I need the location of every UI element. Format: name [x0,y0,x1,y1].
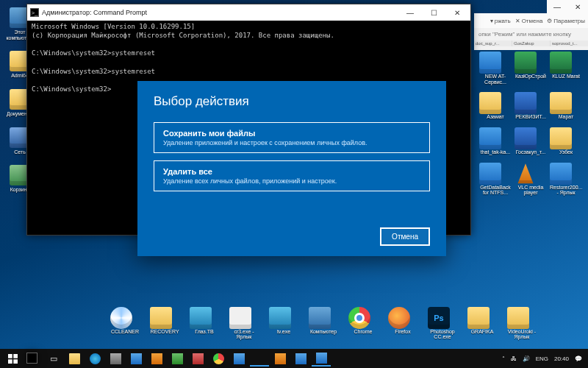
taskbar-app[interactable] [147,350,166,367]
desktop-icon[interactable]: PsPhotoshop CC.exe [428,307,457,340]
taskbar: 🔍 ▭ ˄ 🖧 🔊 ENG 20:40 💬 [0,349,588,368]
white-icon [229,307,251,329]
tray-clock[interactable]: 20:40 [554,355,569,362]
desktop-icon-label: Компьютер [309,329,338,335]
start-button[interactable] [3,350,22,367]
background-app-window: ▾ ржать ✕ Отмена ⚙ Параметры опки "Режим… [474,13,588,50]
taskbar-app[interactable] [126,350,146,367]
tray-chevron-icon[interactable]: ˄ [502,355,505,362]
desktop-icon-label: Глаз.ТВ [190,329,219,335]
cmd-titlebar[interactable]: >_ Администратор: Command Prompt — ☐ ✕ [27,4,470,21]
cmd-icon: >_ [30,8,39,17]
desktop-icon-label: GetDataBack for NTFS... [479,185,512,196]
system-reset-dialog: Выбор действия Сохранить мои файлы Удале… [137,81,446,256]
svg-rect-0 [8,354,12,358]
desktop-icon-label: Сеть [14,149,26,155]
blue-icon [479,52,501,74]
desktop-icon[interactable]: tv.exe [269,307,298,340]
desktop-icon-label: KLUZ Marat [550,74,582,79]
option-keep-files[interactable]: Сохранить мои файлы Удаление приложений … [154,122,430,153]
excel-icon [514,52,537,74]
bgwin-minimize[interactable]: — [547,0,567,13]
desktop-icon[interactable]: cr3.exe - Ярлык [229,307,259,340]
desktop-icon[interactable]: RECOVERY [150,307,179,340]
desktop-icon[interactable]: Марат [550,92,582,120]
bg-undo[interactable]: ✕ Отмена [515,18,543,24]
cmd-minimize[interactable]: — [400,6,420,19]
desktop-icon-label: Restorer200... - Ярлык [550,185,582,196]
bgwin-controls: — ✕ [547,0,588,13]
desktop-icon[interactable]: VideoUroki - Ярлык [507,307,537,340]
desktop-icon-label: RECOVERY [150,329,179,335]
bgwin-close[interactable]: ✕ [567,0,588,13]
bg-keep[interactable]: ▾ ржать [490,18,511,24]
bg-tab[interactable]: soprovod_t... [551,40,588,46]
ps-icon: Ps [428,307,450,329]
svg-rect-3 [13,359,18,364]
desktop-icon-label: CCLEANER [110,329,140,335]
taskbar-word[interactable] [312,350,331,367]
bg-tab[interactable]: GosZakup [512,40,550,46]
cmd-title-text: Администратор: Command Prompt [42,9,147,16]
taskbar-app[interactable] [291,350,310,367]
desktop-icon[interactable]: Узбек [550,127,582,155]
desktop-icon-label: РЕКВИЗИТ... [514,114,547,120]
option-keep-desc: Удаление приложений и настроек с сохране… [163,139,420,146]
firefox-icon [388,307,410,329]
desktop-icon-label: Азамат [479,114,512,120]
folder-icon [550,92,572,114]
desktop-icon[interactable]: GRAFIKA [467,307,497,340]
tray-volume-icon[interactable]: 🔊 [523,355,530,362]
taskbar-edge[interactable] [85,350,104,367]
bg-message: опки "Режим" или нажмите кнопку [474,28,588,40]
desktop-icon[interactable]: Firefox [388,307,417,340]
desktop-icon[interactable]: KLUZ Marat [550,52,582,85]
desktop-icon-label: Госзакуп_т... [514,149,547,155]
folder-icon [507,307,529,329]
desktop-icon[interactable]: Chrome [348,307,378,340]
desktop-icon[interactable]: КазЮрСтрой [514,52,547,85]
blue-icon [550,163,572,185]
desktop-icon[interactable]: Restorer200... - Ярлык [550,163,582,196]
dialog-title: Выбор действия [154,94,430,109]
bg-tab[interactable]: doc_sup_r... [474,40,512,46]
taskbar-chrome[interactable] [209,350,228,367]
desktop-icon[interactable]: Азамат [479,92,512,120]
desktop-icon[interactable]: Глаз.ТВ [190,307,219,340]
taskbar-app[interactable] [106,350,125,367]
pc-icon [309,307,331,329]
task-view-icon[interactable]: ▭ [44,350,63,367]
desktop-icon[interactable]: Компьютер [309,307,338,340]
option-remove-all[interactable]: Удалить все Удаление всех личных файлов,… [154,160,430,191]
bg-settings[interactable]: ⚙ Параметры [547,18,585,24]
desktop-icon[interactable]: NEW AT-Сервис... [479,52,512,85]
desktop-icon[interactable]: РЕКВИЗИТ... [514,92,547,120]
chrome-icon [348,307,370,329]
taskbar-app[interactable] [168,350,187,367]
tv-icon [269,307,291,329]
cmd-close[interactable]: ✕ [447,6,467,19]
folder-icon [550,127,572,149]
taskbar-cmd[interactable] [250,350,269,367]
desktop-icon-label: КазЮрСтрой [514,74,547,79]
cmd-maximize[interactable]: ☐ [423,6,444,19]
vlc-icon [514,163,537,185]
blue-icon [479,163,501,185]
cancel-button[interactable]: Отмена [380,227,430,246]
desktop-icon[interactable]: CCLEANER [110,307,140,340]
taskbar-app[interactable] [229,350,248,367]
option-remove-title: Удалить все [163,167,420,176]
desktop-icon[interactable]: that_tak-ka... [479,127,512,155]
desktop-icon-label: cr3.exe - Ярлык [229,329,259,340]
taskbar-app[interactable] [188,350,207,367]
desktop-icon-label: GRAFIKA [467,329,497,335]
desktop-icon[interactable]: VLC media player [514,163,547,196]
desktop-icon-label: Марат [550,114,582,120]
taskbar-explorer[interactable] [65,350,84,367]
tray-language[interactable]: ENG [536,355,548,362]
desktop-icon[interactable]: GetDataBack for NTFS... [479,163,512,196]
taskbar-app[interactable] [270,350,290,367]
desktop-icon[interactable]: Госзакуп_т... [514,127,547,155]
tray-network-icon[interactable]: 🖧 [511,355,517,362]
tray-notifications-icon[interactable]: 💬 [575,355,582,362]
